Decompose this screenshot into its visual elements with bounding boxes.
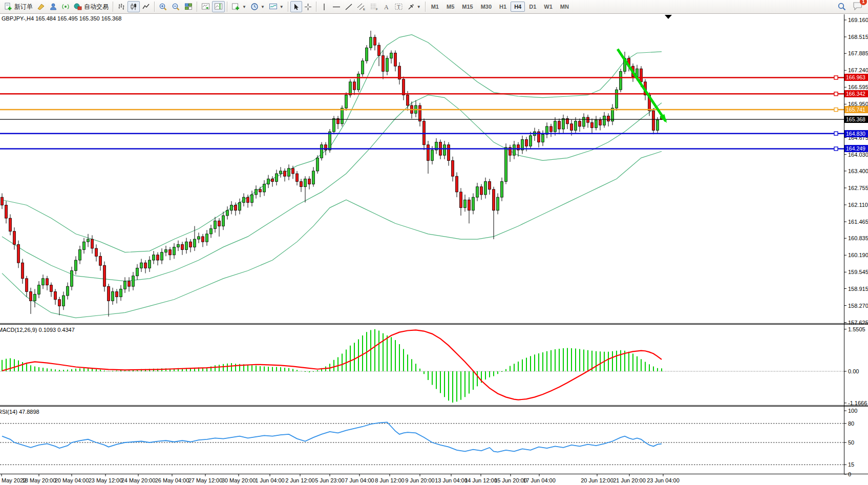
vertical-line-icon <box>321 3 328 11</box>
template-button[interactable]: ▼ <box>267 1 286 12</box>
community-button[interactable] <box>47 1 59 12</box>
timeframe-M15[interactable]: M15 <box>458 2 476 12</box>
chart-title: GBPJPY-,H4 165.484 165.495 165.350 165.3… <box>2 15 121 22</box>
separator <box>154 2 155 12</box>
price-line-label: 164.830 <box>844 130 868 137</box>
zoom-in-button[interactable] <box>157 1 170 12</box>
candlestick-icon <box>130 3 138 11</box>
vertical-line-button[interactable] <box>319 1 330 12</box>
search-button[interactable] <box>835 1 849 12</box>
new-order-button[interactable]: 新订单 <box>2 1 35 12</box>
toolbar: 新订单 自动交易 <box>0 0 868 14</box>
price-tick-label: 164.030 <box>848 152 868 158</box>
arrows-icon <box>407 3 415 11</box>
styler-button[interactable] <box>35 1 47 12</box>
time-tick-label: 7 Jun 04:00 <box>345 477 374 483</box>
tile-windows-icon <box>184 3 193 11</box>
rsi-tick-label: 15 <box>848 461 854 468</box>
rsi-tick-label: 100 <box>848 408 857 414</box>
clock-icon <box>250 3 259 11</box>
timeframe-M1[interactable]: M1 <box>428 2 442 12</box>
separator <box>316 2 316 12</box>
fibonacci-icon: F <box>370 3 378 11</box>
rsi-pane <box>0 422 844 465</box>
signal-icon <box>61 3 70 11</box>
time-tick-label: 13 Jun 04:00 <box>435 477 468 483</box>
notification-badge: 1 <box>860 0 867 5</box>
price-tick-label: 162.110 <box>848 202 868 208</box>
timeframe-D1[interactable]: D1 <box>525 2 540 12</box>
time-tick-label: 23 Jun 04:00 <box>647 477 680 483</box>
macd-label: MACD(12,26,9) 0.1093 0.4347 <box>0 327 75 333</box>
line-chart-icon <box>142 3 150 11</box>
price-tick-label: 159.545 <box>848 269 868 275</box>
price-line-label: 166.342 <box>844 90 868 97</box>
template-icon <box>269 3 278 11</box>
price-tick-label: 162.755 <box>848 185 868 191</box>
pane-frame <box>0 14 868 474</box>
cursor-icon <box>292 3 300 11</box>
channel-icon: E <box>357 3 366 11</box>
chart-shift-marker <box>665 15 672 19</box>
time-tick-label: 27 May 12:00 <box>188 477 223 483</box>
auto-scroll-button[interactable] <box>199 1 212 12</box>
time-tick-label: 18 May 20:00 <box>22 477 56 483</box>
zoom-in-icon <box>159 3 167 11</box>
auto-trading-button[interactable]: 自动交易 <box>72 1 111 12</box>
text-button[interactable]: A <box>380 1 392 12</box>
timeframe-H1[interactable]: H1 <box>496 2 510 12</box>
zoom-out-icon <box>172 3 180 11</box>
label-icon: T <box>394 3 403 11</box>
timeframe-M5[interactable]: M5 <box>443 2 458 12</box>
candles <box>1 31 663 317</box>
rsi-tick-label: 0 <box>848 471 851 477</box>
tile-windows-button[interactable] <box>182 1 195 12</box>
signals-button[interactable] <box>59 1 72 12</box>
horizontal-lines[interactable] <box>0 76 844 151</box>
candlestick-chart-button[interactable] <box>128 1 140 12</box>
crosshair-button[interactable] <box>302 1 314 12</box>
cursor-button[interactable] <box>290 1 302 12</box>
time-tick-label: 23 May 12:00 <box>89 477 123 483</box>
bar-chart-button[interactable] <box>115 1 128 12</box>
trendline-button[interactable] <box>343 1 355 12</box>
timeframe-bar: M1M5M15M30H1H4D1W1MN <box>428 2 573 12</box>
add-indicator-button[interactable]: ▼ <box>229 1 248 12</box>
equidistant-channel-button[interactable]: E <box>355 1 368 12</box>
price-tick-label: 160.835 <box>848 235 868 241</box>
timeframe-MN[interactable]: MN <box>557 2 573 12</box>
zoom-out-button[interactable] <box>170 1 182 12</box>
timeframe-W1[interactable]: W1 <box>540 2 556 12</box>
time-tick-label: 5 Jun 23:00 <box>315 477 345 483</box>
text-label-button[interactable]: T <box>392 1 405 12</box>
line-chart-button[interactable] <box>140 1 152 12</box>
dropdown-caret-icon: ▼ <box>280 5 284 9</box>
time-tick-label: 24 May 20:00 <box>121 477 156 483</box>
timeframe-H4[interactable]: H4 <box>511 2 525 12</box>
fibonacci-button[interactable]: F <box>368 1 380 12</box>
chart-canvas[interactable] <box>0 0 868 485</box>
dropdown-caret-icon: ▼ <box>261 5 265 9</box>
trend-arrow[interactable] <box>618 49 667 123</box>
time-tick-label: 15 Jun 20:00 <box>494 477 527 483</box>
time-tick-label: 1 Jun 04:00 <box>255 477 285 483</box>
macd-tick-label: 0.00 <box>848 368 859 374</box>
price-line-label: 164.249 <box>844 145 868 152</box>
period-button[interactable]: ▼ <box>248 1 267 12</box>
arrows-button[interactable]: ▼ <box>405 1 423 12</box>
horizontal-line-button[interactable] <box>330 1 343 12</box>
time-tick-label: 14 Jun 12:00 <box>464 477 497 483</box>
macd-tick-label: -1.1666 <box>848 400 867 406</box>
chart-shift-button[interactable] <box>212 1 225 12</box>
price-tick-label: 166.595 <box>848 84 868 90</box>
dropdown-caret-icon: ▼ <box>417 5 421 9</box>
timeframe-M30[interactable]: M30 <box>477 2 495 12</box>
time-tick-label: 17 Jun 04:00 <box>523 477 556 483</box>
notifications-button[interactable]: 1 <box>853 1 863 12</box>
separator <box>288 2 288 12</box>
time-tick-label: 20 Jun 12:00 <box>581 477 613 483</box>
rsi-label: RSI(14) 47.8898 <box>0 409 39 415</box>
auto-trading-icon <box>74 3 82 11</box>
separator <box>425 2 426 12</box>
price-tick-label: 158.270 <box>848 303 868 309</box>
